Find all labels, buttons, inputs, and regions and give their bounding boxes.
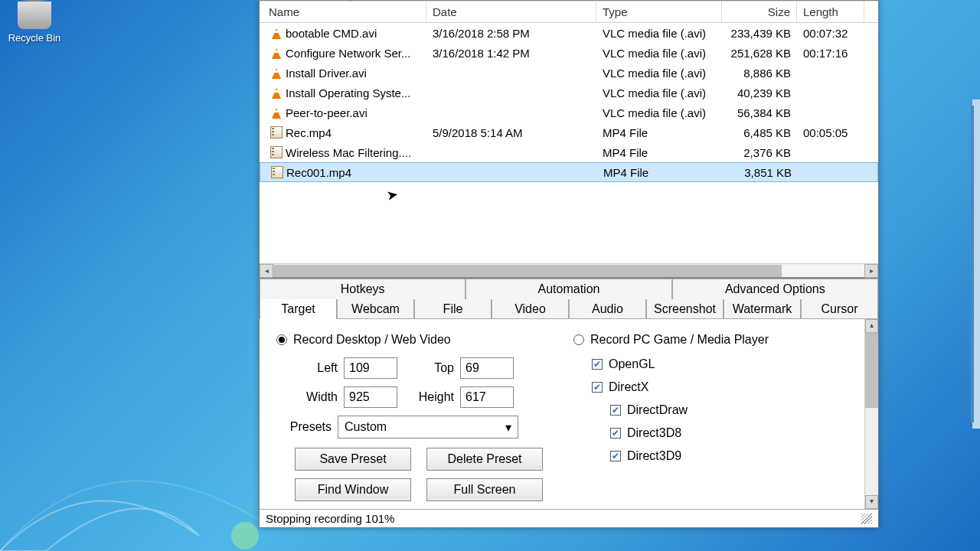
file-row[interactable]: Peer-to-peer.aviVLC media file (.avi)56,… xyxy=(260,103,878,122)
tab-webcam[interactable]: Webcam xyxy=(337,299,414,319)
recorder-window: ▾ Name Date Type Size Length bootable CM… xyxy=(259,0,879,528)
recycle-bin-label: Recycle Bin xyxy=(2,32,67,44)
file-date: 3/16/2018 1:42 PM xyxy=(426,47,596,60)
left-input[interactable] xyxy=(344,357,397,379)
file-row[interactable]: Install Operating Syste...VLC media file… xyxy=(260,83,878,103)
file-name: Rec001.mp4 xyxy=(286,166,351,179)
checkbox-on-icon xyxy=(610,428,621,439)
v-scroll-thumb[interactable] xyxy=(865,333,878,408)
file-length: 00:05:05 xyxy=(797,126,864,139)
file-size: 6,485 KB xyxy=(722,126,797,139)
file-row[interactable]: Wireless Mac Filtering....MP4 File2,376 … xyxy=(260,142,878,162)
file-name: bootable CMD.avi xyxy=(286,27,377,40)
col-length[interactable]: Length xyxy=(797,2,864,22)
background-window-edge-inner xyxy=(971,106,974,422)
left-label: Left xyxy=(295,361,338,375)
file-name: Wireless Mac Filtering.... xyxy=(286,146,411,159)
scroll-down-icon[interactable]: ▾ xyxy=(865,495,878,509)
status-text: Stopping recording 101% xyxy=(266,512,394,525)
toolbar: ▾ xyxy=(260,0,878,2)
file-list[interactable]: bootable CMD.avi3/16/2018 2:58 PMVLC med… xyxy=(260,23,878,263)
tab-file[interactable]: File xyxy=(414,299,492,319)
width-input[interactable] xyxy=(344,386,397,408)
checkbox-on-icon xyxy=(610,405,621,416)
scroll-left-icon[interactable]: ◂ xyxy=(260,264,273,278)
file-size: 233,439 KB xyxy=(722,27,797,40)
file-type: VLC media file (.avi) xyxy=(596,27,722,40)
vlc-icon xyxy=(270,86,283,99)
checkbox-on-icon xyxy=(592,382,603,393)
file-type: MP4 File xyxy=(596,126,722,139)
resize-grip-icon[interactable] xyxy=(861,514,872,524)
file-row[interactable]: Install Driver.aviVLC media file (.avi)8… xyxy=(260,63,878,83)
file-row[interactable]: Rec001.mp4MP4 File3,851 KB xyxy=(260,162,878,182)
col-size[interactable]: Size xyxy=(722,2,797,22)
height-input[interactable] xyxy=(460,386,514,408)
delete-preset-button[interactable]: Delete Preset xyxy=(426,448,543,471)
file-type: VLC media file (.avi) xyxy=(596,47,722,60)
tab-audio[interactable]: Audio xyxy=(569,299,646,319)
target-panel: Record Desktop / Web Video Left Top Widt… xyxy=(260,319,864,509)
col-date[interactable]: Date xyxy=(426,2,596,22)
scroll-up-icon[interactable]: ▴ xyxy=(865,319,878,333)
tab-cursor[interactable]: Cursor xyxy=(801,299,878,319)
recycle-bin[interactable]: Recycle Bin xyxy=(2,2,67,44)
presets-value: Custom xyxy=(345,420,387,434)
opengl-checkbox[interactable]: OpenGL xyxy=(592,357,855,371)
scroll-right-icon[interactable]: ▸ xyxy=(864,264,878,278)
status-bar: Stopping recording 101% xyxy=(260,509,878,527)
d3d8-checkbox[interactable]: Direct3D8 xyxy=(610,426,855,440)
v-scrollbar[interactable]: ▴ ▾ xyxy=(864,319,878,509)
tab-automation[interactable]: Automation xyxy=(466,279,671,299)
file-date: 3/16/2018 2:58 PM xyxy=(426,27,596,40)
recycle-bin-icon xyxy=(18,2,51,29)
tabs-bottom: TargetWebcamFileVideoAudioScreenshotWate… xyxy=(260,299,878,319)
tab-advanced-options[interactable]: Advanced Options xyxy=(672,279,878,299)
tab-hotkeys[interactable]: Hotkeys xyxy=(260,279,466,299)
file-size: 8,886 KB xyxy=(722,67,797,80)
col-name[interactable]: Name xyxy=(260,2,426,22)
tab-video[interactable]: Video xyxy=(492,299,569,319)
vlc-icon xyxy=(270,47,283,59)
file-row[interactable]: bootable CMD.avi3/16/2018 2:58 PMVLC med… xyxy=(260,23,878,43)
record-game-radio[interactable]: Record PC Game / Media Player xyxy=(573,333,855,347)
file-type: VLC media file (.avi) xyxy=(596,67,722,80)
col-type[interactable]: Type xyxy=(596,2,722,22)
h-scroll-thumb[interactable] xyxy=(273,265,782,277)
file-type: VLC media file (.avi) xyxy=(596,106,722,119)
settings-pane: HotkeysAutomationAdvanced Options Target… xyxy=(260,279,878,509)
svg-point-0 xyxy=(231,522,259,549)
tab-target[interactable]: Target xyxy=(260,299,337,319)
h-scrollbar[interactable]: ◂ ▸ xyxy=(260,263,878,277)
directdraw-checkbox[interactable]: DirectDraw xyxy=(610,403,855,417)
top-label: Top xyxy=(411,361,454,375)
file-header-row: Name Date Type Size Length xyxy=(260,2,878,23)
file-name: Rec.mp4 xyxy=(286,126,332,139)
top-input[interactable] xyxy=(460,357,514,379)
tab-screenshot[interactable]: Screenshot xyxy=(646,299,724,319)
file-row[interactable]: Rec.mp45/9/2018 5:14 AMMP4 File6,485 KB0… xyxy=(260,122,878,142)
v-scroll-track[interactable] xyxy=(865,333,878,495)
h-scroll-track[interactable] xyxy=(273,265,864,277)
directx-checkbox[interactable]: DirectX xyxy=(592,380,855,394)
d3d9-checkbox[interactable]: Direct3D9 xyxy=(610,449,855,463)
mp4-icon xyxy=(270,126,283,139)
full-screen-button[interactable]: Full Screen xyxy=(426,478,543,501)
save-preset-button[interactable]: Save Preset xyxy=(295,448,411,471)
file-type: VLC media file (.avi) xyxy=(596,86,722,99)
file-row[interactable]: Configure Network Ser...3/16/2018 1:42 P… xyxy=(260,43,878,63)
file-size: 56,384 KB xyxy=(722,106,797,119)
mp4-icon xyxy=(271,166,283,178)
presets-select[interactable]: Custom ▾ xyxy=(338,416,518,439)
find-window-button[interactable]: Find Window xyxy=(295,478,411,501)
tabs-top: HotkeysAutomationAdvanced Options xyxy=(260,279,878,299)
record-game-label: Record PC Game / Media Player xyxy=(590,333,769,347)
height-label: Height xyxy=(411,390,454,404)
file-name: Peer-to-peer.avi xyxy=(286,106,368,119)
chevron-down-icon[interactable]: ▾ xyxy=(348,0,352,3)
tab-watermark[interactable]: Watermark xyxy=(724,299,801,319)
record-desktop-radio[interactable]: Record Desktop / Web Video xyxy=(276,333,543,347)
file-name: Install Operating Syste... xyxy=(286,86,410,99)
chevron-down-icon: ▾ xyxy=(505,420,511,435)
file-type: MP4 File xyxy=(596,146,722,159)
